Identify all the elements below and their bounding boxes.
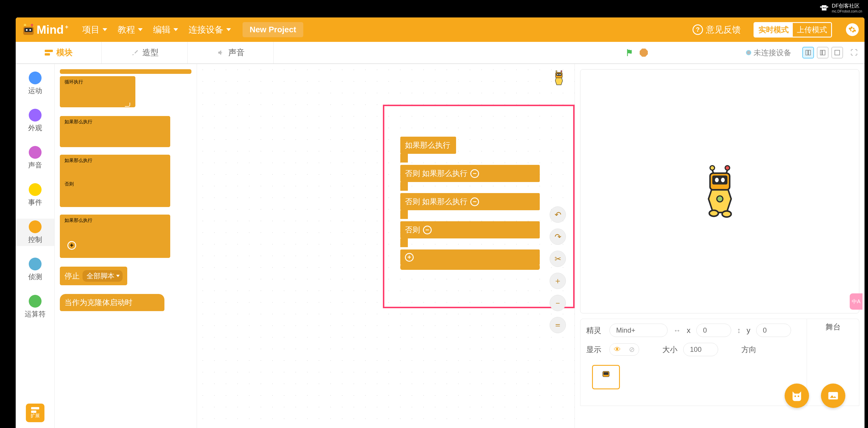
svg-line-26: [556, 72, 557, 73]
y-input[interactable]: 0: [756, 324, 791, 337]
undo-button[interactable]: ↶: [550, 206, 566, 223]
zoom-reset-button[interactable]: ＝: [550, 317, 566, 333]
svg-rect-18: [31, 410, 36, 413]
zoom-out-button[interactable]: －: [550, 295, 566, 311]
category-operators[interactable]: 运算符: [16, 293, 54, 320]
mode-upload-button[interactable]: 上传模式: [793, 23, 831, 37]
green-flag-button[interactable]: [625, 48, 634, 57]
tab-sounds[interactable]: 声音: [188, 42, 274, 63]
svg-rect-14: [820, 50, 822, 55]
sprite-panel: 精灵 Mind+ ↔ x 0 ↕ y 0 显示 👁 ⊘: [575, 319, 865, 406]
svg-point-29: [725, 166, 730, 170]
menu-edit[interactable]: 编辑: [153, 24, 178, 36]
block-clone-start[interactable]: 当作为克隆体启动时: [60, 294, 164, 311]
minus-icon[interactable]: −: [470, 169, 479, 178]
fullscreen-button[interactable]: ⛶: [850, 49, 858, 57]
sprite-name-input[interactable]: Mind+: [610, 324, 668, 337]
cleanup-button[interactable]: ✂: [550, 251, 566, 267]
header: Mind+ 项目 教程 编辑 连接设备 New Project ? 意见反馈 实…: [16, 18, 865, 42]
redo-button[interactable]: ↷: [550, 229, 566, 245]
menu-connect-device[interactable]: 连接设备: [189, 24, 231, 36]
size-input[interactable]: 100: [683, 343, 718, 356]
sprite-thumb-strip: [586, 362, 801, 392]
svg-text:+: +: [37, 407, 39, 410]
main-menu: 项目 教程 编辑 连接设备: [82, 24, 231, 36]
menu-project[interactable]: 项目: [82, 24, 107, 36]
project-name-input[interactable]: New Project: [243, 22, 303, 37]
svg-point-35: [721, 178, 724, 182]
feedback-link[interactable]: ? 意见反馈: [692, 24, 741, 36]
block-palette[interactable]: 循环执行 如果那么执行 如果那么执行 否则: [55, 64, 197, 428]
stage-label: 舞台: [826, 322, 841, 332]
sprite-watermark: [552, 70, 566, 88]
y-label: y: [747, 326, 750, 335]
category-motion[interactable]: 运动: [16, 70, 54, 97]
x-label: x: [687, 326, 690, 335]
view-small-button[interactable]: [802, 47, 814, 58]
svg-point-6: [24, 24, 26, 26]
sprite-thumb-item[interactable]: [592, 365, 620, 389]
script-elseif-1[interactable]: 否则 如果那么执行 −: [400, 165, 540, 182]
block-if-then[interactable]: 如果那么执行: [60, 116, 170, 147]
settings-button[interactable]: [846, 23, 859, 36]
chevron-down-icon: [138, 28, 143, 31]
block-stop[interactable]: 停止 全部脚本: [60, 267, 127, 285]
svg-point-0: [823, 7, 824, 8]
body: 运动 外观 声音 事件 控制 侦测 运算符 + 扩展 循环执行: [16, 64, 865, 428]
device-status[interactable]: 未连接设备: [746, 48, 791, 58]
extensions-button[interactable]: + 扩展: [26, 404, 44, 422]
category-events[interactable]: 事件: [16, 181, 54, 209]
category-sensing[interactable]: 侦测: [16, 256, 54, 283]
speaker-icon: [217, 49, 225, 57]
block-forever[interactable]: 循环执行: [60, 76, 135, 107]
extensions-icon: +: [31, 407, 39, 413]
menu-tutorial[interactable]: 教程: [118, 24, 143, 36]
script-stack[interactable]: 如果那么执行 否则 如果那么执行 − 否则 如果那么执行 − 否则 −: [400, 137, 540, 270]
svg-point-42: [798, 395, 800, 397]
add-backdrop-button[interactable]: [821, 383, 845, 408]
canvas-tools: ↶ ↷ ✂ ＋ － ＝: [550, 206, 566, 333]
script-add-branch[interactable]: +: [400, 250, 540, 265]
block-repeat-partial[interactable]: [60, 69, 191, 74]
script-area[interactable]: 如果那么执行 否则 如果那么执行 − 否则 如果那么执行 − 否则 −: [197, 64, 575, 428]
script-if-then[interactable]: 如果那么执行: [400, 137, 456, 154]
svg-point-28: [710, 166, 715, 170]
category-control[interactable]: 控制: [16, 219, 54, 246]
category-sound[interactable]: 声音: [16, 144, 54, 172]
hide-button[interactable]: ⊘: [625, 344, 639, 355]
stage-view[interactable]: 中A: [580, 69, 859, 313]
view-stageonly-button[interactable]: [831, 47, 843, 58]
tab-costumes[interactable]: 造型: [102, 42, 188, 63]
block-if-then-expandable[interactable]: 如果那么执行 +: [60, 215, 170, 258]
logo[interactable]: Mind+: [20, 23, 64, 37]
plus-icon[interactable]: +: [405, 253, 414, 262]
view-large-button[interactable]: [817, 47, 829, 58]
minus-icon[interactable]: −: [423, 226, 432, 234]
svg-point-25: [561, 70, 562, 72]
stop-button[interactable]: [640, 49, 648, 57]
blocks-icon: [45, 49, 53, 57]
status-dot-icon: [746, 50, 751, 55]
mode-realtime-button[interactable]: 实时模式: [754, 23, 793, 37]
translate-badge[interactable]: 中A: [850, 293, 863, 310]
tab-blocks[interactable]: 模块: [16, 42, 102, 63]
block-if-then-else[interactable]: 如果那么执行 否则: [60, 155, 170, 207]
svg-rect-13: [808, 50, 810, 55]
watermark-title: DF创客社区: [832, 2, 862, 9]
sprite-on-stage[interactable]: [701, 165, 739, 218]
x-input[interactable]: 0: [696, 324, 731, 337]
svg-point-23: [559, 74, 561, 75]
zoom-in-button[interactable]: ＋: [550, 273, 566, 289]
stop-dropdown[interactable]: 全部脚本: [83, 270, 123, 282]
show-button[interactable]: 👁: [610, 344, 625, 355]
minus-icon[interactable]: −: [470, 197, 479, 206]
svg-point-34: [715, 178, 719, 182]
add-sprite-button[interactable]: [785, 383, 809, 408]
svg-point-22: [557, 74, 558, 75]
script-else[interactable]: 否则 −: [400, 221, 540, 238]
category-looks[interactable]: 外观: [16, 107, 54, 134]
plus-icon[interactable]: +: [67, 241, 76, 250]
chevron-down-icon: [174, 28, 178, 31]
gear-icon: [848, 26, 857, 34]
script-elseif-2[interactable]: 否则 如果那么执行 −: [400, 193, 540, 210]
